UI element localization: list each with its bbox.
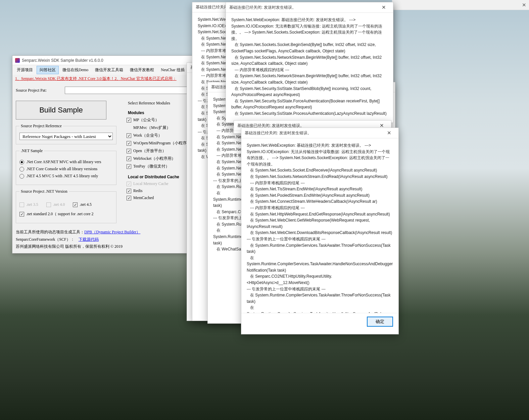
app-icon [15, 58, 20, 63]
net-sample-group: .NET Sample .Net Core ASP.NET MVC with a… [16, 148, 116, 185]
footer-scf-link[interactable]: 下载源代码 [79, 237, 99, 242]
footer-dpb-link[interactable]: DPB（Dynamic Project Builder） [84, 230, 140, 234]
chk-work-label: Work（企业号） [133, 133, 162, 138]
radio-netcore-mvc-label: .Net Core ASP.NET MVC with all library v… [26, 159, 101, 165]
menu-weixin-demo[interactable]: 微信在线Demo [59, 66, 91, 74]
chk-local-cache [127, 182, 131, 186]
menu-qa-community[interactable]: 问答社区 [37, 66, 59, 74]
source-project-path-input[interactable] [65, 87, 195, 94]
radio-netcore-mvc[interactable] [19, 160, 24, 165]
menu-neuchar[interactable]: NeuChar 纽插 [158, 66, 187, 74]
chk-net40-label: .net 4.0 [53, 202, 65, 207]
dialog-top-footer: 确定 [241, 313, 398, 330]
error-dialog-top: 基础连接已经关闭: 发送时发生错误。 ✕ System.Net.WebExcep… [241, 128, 399, 334]
radio-net45-mvc5[interactable] [19, 174, 24, 179]
chk-mp[interactable] [127, 118, 131, 123]
menu-dev-tutorial[interactable]: 微信开发教程 [127, 66, 157, 74]
chk-net45[interactable] [73, 202, 78, 207]
net-sample-title: .NET Sample [19, 148, 44, 153]
outer-window-top: ✕ [392, 0, 529, 10]
dialog-top-body: System.Net.WebException: 基础连接已经关闭: 发送时发生… [241, 138, 398, 313]
chk-net45-label: .net 4.5 [80, 202, 92, 207]
chk-netstandard-label: .net standard 2.0（ support for .net core… [26, 211, 94, 217]
chk-memcached[interactable] [127, 196, 131, 200]
dialog4-close-icon[interactable]: ✕ [378, 4, 390, 10]
chk-net35 [19, 202, 24, 207]
chk-wxopen[interactable] [127, 141, 131, 146]
dialog-ok-button[interactable]: 确定 [367, 317, 393, 327]
radio-net45-mvc5-label: .NET 4.5 MVC 5 with .NET 4.5 library onl… [26, 174, 98, 179]
chk-websocket[interactable] [127, 156, 131, 161]
dialog-top-titlebar[interactable]: 基础连接已经关闭: 发送时发生错误。 ✕ [241, 128, 398, 138]
chk-work[interactable] [127, 133, 131, 138]
dialog4-title: 基础连接已经关闭: 发送时发生错误。 [229, 5, 296, 10]
chk-websocket-label: WebSocket（小程序用） [133, 156, 176, 161]
source-project-reference-title: Source Project Reference [19, 124, 63, 129]
label-source-project-path: Source Project Pat: [16, 88, 63, 93]
chk-memcached-label: MemCached [133, 195, 154, 200]
outer-close-icon[interactable]: ✕ [522, 2, 526, 8]
menu-dev-tools[interactable]: 微信开发工具箱 [92, 66, 126, 74]
chk-net35-label: .net 3.5 [26, 202, 38, 207]
footer-dpb-label: 当前工具所使用的动态项目生成工具： [16, 230, 84, 234]
chk-net40 [46, 202, 51, 207]
chk-redis-label: Redis [133, 188, 142, 193]
chk-netstandard[interactable] [19, 212, 24, 217]
chk-open-label: Open（开放平台） [133, 148, 166, 154]
chk-open[interactable] [127, 149, 131, 153]
menu-open-project[interactable]: 开源项目 [14, 66, 36, 74]
dialog4-body: System.Net.WebException: 基础连接已经关闭: 发送时发生… [226, 13, 393, 121]
footer-scf-label: SenparcCoreFramework（SCF）： [16, 237, 75, 242]
window-title: Senparc.Weixin SDK Sample Builder v1.6.0… [22, 58, 103, 63]
chk-wxopen-label: WxOpen/MiniProgram（小程序） [133, 140, 191, 146]
chk-tenpay-label: TenPay（微信支付） [133, 164, 170, 169]
dialog-top-title: 基础连接已经关闭: 发送时发生错误。 [245, 130, 311, 136]
dialog4-titlebar[interactable]: 基础连接已经关闭: 发送时发生错误。 ✕ [226, 2, 393, 13]
error-dialog-4: 基础连接已经关闭: 发送时发生错误。 ✕ System.Net.WebExcep… [226, 2, 393, 123]
chk-local-cache-label: Local Memory Cache [133, 181, 169, 186]
build-sample-button[interactable]: Build Sample [16, 101, 106, 120]
net-version-group: Source Project .NET Version .net 3.5 .ne… [16, 189, 116, 223]
mp-mvc-label: MP.Mvc（Mvc扩展） [133, 125, 171, 131]
chk-redis[interactable] [127, 189, 131, 193]
net-version-title: Source Project .NET Version [19, 189, 69, 194]
source-project-reference-group: Source Project Reference Reference Nuget… [16, 124, 116, 144]
radio-netcore-console[interactable] [19, 167, 24, 172]
radio-netcore-console-label: .NET Core Console with all library versi… [26, 167, 97, 172]
chk-tenpay[interactable] [127, 164, 131, 169]
reference-combo[interactable]: Reference Nuget Packages - with Lastest [19, 133, 113, 140]
dialog-top-close-icon[interactable]: ✕ [383, 130, 395, 136]
chk-mp-label: MP（公众号） [133, 117, 159, 123]
